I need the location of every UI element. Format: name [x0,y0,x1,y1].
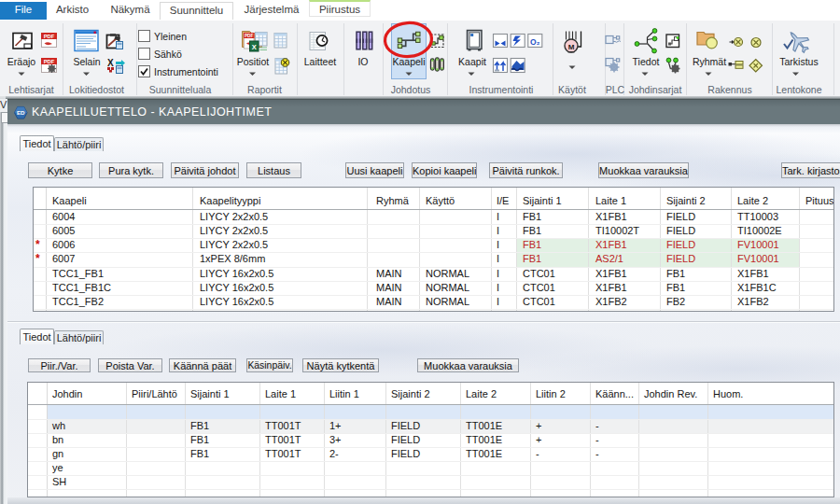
svg-text:PDF: PDF [44,59,55,64]
svg-text:PDF: PDF [44,34,55,39]
svg-text:ED: ED [17,109,25,116]
svg-text:PDF: PDF [245,34,254,38]
svg-text:X: X [107,58,114,68]
svg-text:X: X [252,43,257,51]
svg-text:M: M [568,43,575,51]
svg-text:O₂: O₂ [530,37,540,47]
